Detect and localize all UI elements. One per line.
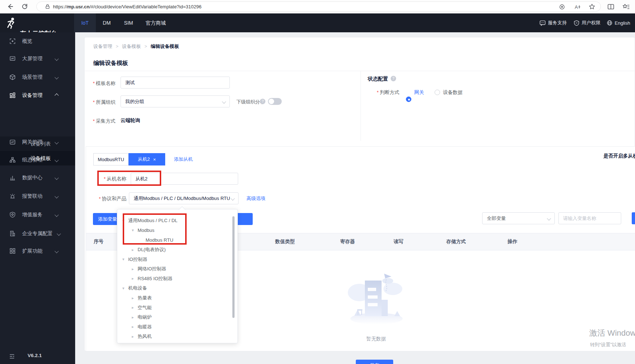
page-title: 编辑设备模板	[93, 60, 128, 67]
add-slave-link[interactable]: 添加从机	[174, 156, 193, 163]
col-storage: 存储方式	[446, 233, 466, 250]
dropdown-scrollbar[interactable]	[232, 216, 235, 318]
tree-item[interactable]: ▸热风机	[117, 332, 237, 341]
tree-item[interactable]: ▸DL(电表协议)	[117, 245, 237, 255]
caret-right-icon[interactable]: ▸	[132, 315, 138, 320]
caret-right-icon[interactable]: ▸	[132, 324, 138, 329]
address-bar[interactable]: https://mp.usr.cn/#/cloud/device/ViewEdi…	[36, 1, 601, 12]
template-name-input[interactable]	[121, 77, 230, 89]
caret-right-icon[interactable]: ▸	[132, 305, 138, 310]
advanced-options-link[interactable]: 高级选项	[247, 195, 265, 202]
search-button[interactable]	[632, 212, 635, 224]
variable-filter-select[interactable]: 全部变量	[482, 212, 555, 224]
sidebar-item-overview[interactable]: 概览	[0, 35, 75, 47]
nav-tab-dm[interactable]: DM	[96, 13, 118, 32]
empty-state-illustration	[345, 271, 408, 327]
radio-device-data-label[interactable]: 设备数据	[443, 89, 463, 96]
collapse-sidebar-icon[interactable]	[9, 353, 15, 360]
help-icon[interactable]: ?	[260, 99, 265, 104]
sidebar-item-vas[interactable]: 增值服务	[0, 209, 75, 221]
favorite-star-icon[interactable]	[589, 3, 595, 10]
caret-right-icon[interactable]: ▸	[132, 267, 138, 271]
caret-right-icon[interactable]: ▸	[132, 248, 138, 252]
nav-tab-sim[interactable]: SIM	[118, 13, 139, 32]
tree-item[interactable]: ▾通用Modbus / PLC / DL	[117, 216, 237, 226]
url-text[interactable]: https://mp.usr.cn/#/cloud/device/ViewEdi…	[53, 2, 202, 12]
caret-down-icon[interactable]: ▾	[132, 228, 138, 233]
sidebar-item-alarm[interactable]: 报警联动	[0, 190, 75, 202]
chevron-up-icon	[54, 93, 58, 97]
nav-support[interactable]: 服务支持	[540, 19, 567, 26]
chevron-down-icon	[54, 249, 58, 253]
multi-slave-note: 是否开启多从机模	[603, 153, 635, 159]
tree-item[interactable]: ▸空气能	[117, 303, 237, 312]
chevron-down-icon	[54, 140, 58, 144]
radio-gateway[interactable]	[406, 97, 411, 102]
tree-item[interactable]: ▸网络IO控制器	[117, 264, 237, 274]
sidebar-item-scada[interactable]: 组态管理	[0, 154, 75, 166]
tree-item-modbus-rtu[interactable]: Modbus RTU	[117, 235, 237, 245]
help-icon[interactable]: ?	[391, 76, 396, 81]
chat-icon	[540, 20, 546, 26]
split-screen-icon[interactable]	[607, 3, 615, 11]
refresh-icon[interactable]	[21, 3, 28, 10]
empty-state-text: 暂无数据	[358, 336, 394, 342]
breadcrumb-device-mgmt[interactable]: 设备管理	[93, 43, 112, 50]
chevron-down-icon	[54, 194, 58, 198]
template-name-label: *模板名称	[81, 80, 115, 87]
tab-slave2[interactable]: 从机2 ×	[129, 153, 165, 165]
sidebar-item-datacenter[interactable]: 数据中心	[0, 172, 75, 184]
tree-item[interactable]: ▸热量表	[117, 293, 237, 303]
tree-item[interactable]: ▸RS485 IO控制器	[117, 274, 237, 284]
breadcrumb-device-template[interactable]: 设备模板	[122, 43, 141, 50]
sidebar-item-gateway[interactable]: 网关管理	[0, 136, 75, 148]
caret-down-icon[interactable]: ▾	[122, 257, 128, 262]
caret-right-icon[interactable]: ▸	[132, 296, 138, 300]
chevron-down-icon	[54, 158, 58, 162]
nav-permission[interactable]: 用户权限	[574, 19, 601, 26]
nav-tab-iot[interactable]: IoT	[74, 13, 96, 32]
share-toggle[interactable]	[268, 98, 282, 105]
org-select[interactable]: 我的分组	[121, 95, 230, 107]
col-actions: 操作	[508, 233, 517, 250]
sidebar-item-bigscreen[interactable]: 大屏管理	[0, 53, 75, 65]
caret-right-icon[interactable]: ▸	[132, 276, 138, 281]
tree-item[interactable]: ▾IO控制器	[117, 254, 237, 264]
sidebar: 概览 大屏管理 场景管理 设备管理 设备列表 设备模板 网关管理 组态管理 数据…	[0, 32, 75, 364]
tree-item[interactable]: ▸电锅炉	[117, 312, 237, 322]
read-aloud-icon[interactable]: A	[574, 3, 581, 11]
sidebar-item-device[interactable]: 设备管理	[0, 89, 75, 101]
shield-diamond-icon	[9, 212, 16, 218]
location-icon[interactable]	[559, 4, 565, 10]
protocol-label: *协议和产品	[91, 196, 126, 202]
sidebar-item-enterprise[interactable]: 企业专属配置	[0, 228, 75, 240]
caret-down-icon[interactable]: ▾	[122, 286, 128, 291]
back-icon[interactable]	[7, 3, 14, 10]
chevron-down-icon	[54, 213, 58, 217]
title-divider	[85, 71, 635, 71]
collect-value: 云端轮询	[121, 117, 140, 124]
favorites-bar-icon[interactable]	[622, 3, 630, 11]
sidebar-item-scene[interactable]: 场景管理	[0, 71, 75, 83]
caret-down-icon[interactable]: ▾	[122, 218, 128, 223]
tree-item[interactable]: ▾Modbus	[117, 226, 237, 236]
col-datatype: 数值类型	[275, 233, 295, 250]
scene-icon	[9, 74, 16, 80]
nav-language[interactable]: English	[607, 19, 630, 26]
sidebar-item-extension[interactable]: 扩展功能	[0, 245, 75, 257]
radio-gateway-label[interactable]: 网关	[414, 89, 424, 96]
nav-tab-mall[interactable]: 官方商城	[139, 13, 172, 32]
close-icon[interactable]: ×	[153, 157, 156, 162]
tree-item[interactable]: ▾机电设备	[117, 283, 237, 293]
variable-search-input[interactable]	[558, 212, 621, 224]
radio-device-data[interactable]	[435, 90, 440, 95]
tab-modbusrtu[interactable]: ModbusRTU	[93, 153, 129, 165]
collect-label: *采集方式	[81, 118, 115, 124]
caret-right-icon[interactable]: ▸	[132, 334, 138, 339]
save-button[interactable]: 保存	[356, 360, 393, 364]
alarm-icon	[9, 193, 16, 199]
tree-item[interactable]: ▸电暖器	[117, 322, 237, 332]
protocol-select[interactable]: 通用Modbus / PLC / DL/Modbus/Modbus RTU	[129, 192, 239, 204]
usr-logo-icon	[5, 17, 17, 29]
slave-name-input[interactable]	[131, 173, 238, 185]
